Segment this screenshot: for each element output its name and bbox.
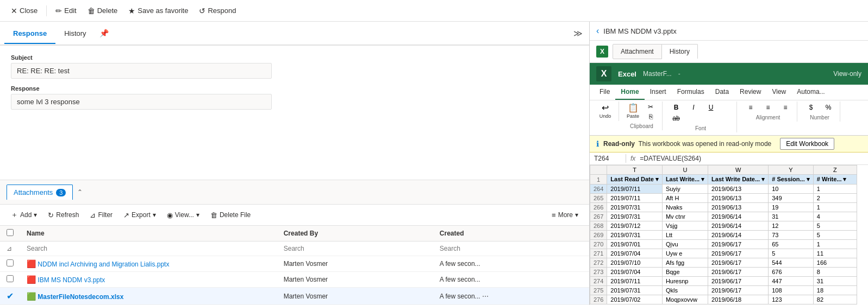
ribbon-tab-view[interactable]: View (766, 85, 791, 100)
cell-Z-267: 4 (813, 212, 857, 221)
ribbon-group-font: B I U ab Font (665, 101, 737, 132)
cell-W-270: 2019/06/17 (708, 240, 769, 249)
cell-Z-272: 166 (813, 258, 857, 268)
underline-button[interactable]: U (703, 103, 719, 112)
paste-button[interactable]: 📋 Paste (625, 103, 641, 121)
save-favorite-button[interactable]: ★ Save as favorite (124, 4, 192, 17)
delete-file-label: Delete File (220, 211, 251, 219)
tab-response[interactable]: Response (4, 24, 55, 44)
file-name-cell-2: 🟥 IBM MS NDDM v3.pptx (20, 272, 277, 288)
ribbon-tab-file[interactable]: File (594, 85, 615, 100)
excel-view-mode: View-only (833, 70, 861, 78)
undo-button[interactable]: ↩ Undo (597, 103, 614, 120)
ribbon-tab-insert[interactable]: Insert (645, 85, 672, 100)
row-menu-icon-3[interactable]: ⋯ (482, 293, 489, 300)
file-name-3[interactable]: MasterFileNotesdecom.xlsx (38, 293, 123, 301)
star-icon: ★ (128, 7, 135, 15)
row-checkbox-input-1[interactable] (7, 259, 14, 266)
panel-back-icon[interactable]: ‹ (596, 26, 599, 36)
cell-Y-269: 73 (769, 231, 814, 240)
copy-button[interactable]: ⎘ (642, 112, 659, 121)
panel-title: IBM MS NDDM v3.pptx (603, 27, 676, 35)
cell-T-266: 2019/07/31 (607, 203, 663, 212)
panel-tab-attachment[interactable]: Attachment (613, 44, 662, 59)
respond-button[interactable]: ↺ Respond (195, 4, 240, 17)
created-search-input[interactable] (440, 245, 583, 252)
filter-icon: ⊿ (90, 211, 96, 219)
tabs-bar: Response History 📌 ≫ (0, 22, 589, 46)
view-icon: ◉ (167, 211, 173, 219)
save-favorite-label: Save as favorite (138, 7, 188, 15)
align-left-button[interactable]: ≡ (742, 103, 759, 112)
ribbon-group-clipboard: 📋 Paste ✂ ⎘ Clipboard (621, 101, 663, 130)
cell-T-270: 2019/07/01 (607, 240, 663, 249)
view-button[interactable]: ◉ View... ▾ (163, 209, 204, 221)
collapse-icon[interactable]: ⌃ (77, 188, 83, 196)
tab-history[interactable]: History (55, 24, 95, 44)
refresh-button[interactable]: ↻ Refresh (43, 209, 83, 221)
cell-U-269: Ltt (662, 231, 708, 240)
excel-app-name: Excel (618, 70, 636, 78)
created-by-search-input[interactable] (284, 245, 427, 252)
refresh-label: Refresh (56, 211, 79, 219)
align-right-button[interactable]: ≡ (777, 103, 794, 112)
info-icon: ℹ (596, 139, 599, 148)
filter-button[interactable]: ⊿ Filter (85, 209, 117, 221)
add-chevron-icon: ▾ (34, 211, 37, 219)
spreadsheet-container[interactable]: T U W Y Z 1 Last Read Date ▾ Last Write.… (590, 165, 868, 305)
paste-icon: 📋 (628, 104, 639, 112)
percent-button[interactable]: % (820, 103, 836, 112)
ribbon-tab-home[interactable]: Home (615, 85, 644, 100)
panel-tab-history[interactable]: History (662, 44, 698, 59)
delete-icon: 🗑 (88, 7, 95, 15)
ribbon-tab-data[interactable]: Data (710, 85, 734, 100)
table-row: ✔ 🟩 MasterFileNotesdecom.xlsx Marten Vos… (0, 288, 589, 305)
cell-Z-270: 1 (813, 240, 857, 249)
created-by-3: Marten Vosmer (277, 288, 433, 305)
more-button[interactable]: ≡ More ▾ (547, 209, 583, 221)
view-label: View... (175, 211, 194, 219)
select-all-checkbox[interactable] (7, 229, 14, 236)
cell-Y-265: 349 (769, 194, 814, 203)
pin-icon[interactable]: 📌 (95, 24, 113, 42)
export-button[interactable]: ↗ Export ▾ (119, 209, 160, 221)
file-name-1[interactable]: NDDM incl Archiving and Migration Lialis… (38, 260, 169, 268)
respond-icon: ↺ (199, 7, 205, 15)
ribbon-tab-review[interactable]: Review (734, 85, 766, 100)
expand-chevron-icon[interactable]: ≫ (571, 26, 585, 41)
file-name-2[interactable]: IBM MS NDDM v3.pptx (38, 276, 105, 284)
edit-workbook-button[interactable]: Edit Workbook (780, 138, 834, 150)
undo-buttons: ↩ Undo (597, 103, 614, 120)
row-num-272: 272 (590, 258, 607, 268)
cell-Y-274: 447 (769, 277, 814, 286)
attachments-badge: 3 (56, 189, 66, 196)
created-by-column-header: Created By (277, 226, 433, 242)
align-left-icon: ≡ (749, 104, 753, 111)
strikethrough-button[interactable]: ab (668, 113, 684, 123)
ribbon-tab-automa[interactable]: Automa... (791, 85, 830, 100)
cell-W-269: 2019/06/14 (708, 231, 769, 240)
ribbon-tab-formulas[interactable]: Formulas (672, 85, 710, 100)
panel-tabs: Attachment History (613, 44, 698, 59)
align-center-button[interactable]: ≡ (760, 103, 776, 112)
close-button[interactable]: ✕ Close (7, 4, 42, 17)
currency-button[interactable]: $ (803, 103, 819, 112)
bold-button[interactable]: B (668, 103, 684, 112)
edit-button[interactable]: ✏ Edit (51, 4, 80, 17)
delete-file-button[interactable]: 🗑 Delete File (206, 209, 255, 221)
xlsx-icon-3: 🟩 (27, 292, 36, 301)
cut-button[interactable]: ✂ (642, 103, 659, 111)
add-button[interactable]: ＋ Add ▾ (7, 208, 41, 222)
cell-Y-264: 10 (769, 185, 814, 194)
spreadsheet-table: T U W Y Z 1 Last Read Date ▾ Last Write.… (590, 165, 857, 304)
cell-U-266: Nvaks (662, 203, 708, 212)
name-search-input[interactable] (27, 245, 271, 252)
row-num-264: 264 (590, 185, 607, 194)
italic-button[interactable]: I (685, 103, 702, 112)
top-toolbar: ✕ Close ✏ Edit 🗑 Delete ★ Save as favori… (0, 0, 868, 22)
right-panel: ‹ IBM MS NDDM v3.pptx X Attachment Histo… (590, 22, 868, 305)
attachments-tab[interactable]: Attachments 3 (7, 185, 73, 200)
delete-button[interactable]: 🗑 Delete (83, 4, 122, 17)
selected-check-icon: ✔ (7, 291, 14, 301)
row-checkbox-input-2[interactable] (7, 275, 14, 282)
